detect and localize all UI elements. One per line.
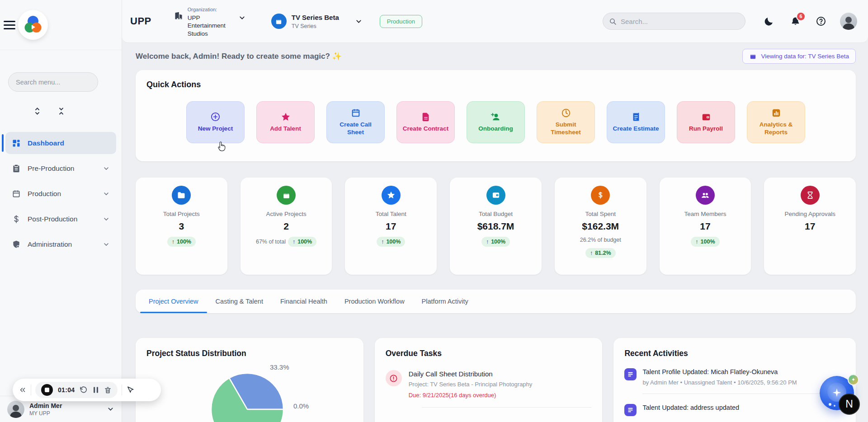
sidebar-search-input[interactable] <box>16 79 90 86</box>
create-call-sheet-button[interactable]: Create Call Sheet <box>326 101 385 143</box>
search-input[interactable] <box>621 18 739 25</box>
film-slate-icon <box>277 186 296 205</box>
dot <box>834 405 835 407</box>
restart-icon[interactable] <box>80 386 88 394</box>
create-estimate-button[interactable]: Create Estimate <box>607 101 665 143</box>
nextjs-logo: N <box>845 398 853 410</box>
overdue-tasks-panel: Overdue Tasks Daily Call Sheet Distribut… <box>375 338 603 422</box>
dot <box>829 403 831 406</box>
sidebar-item-post-production[interactable]: Post-Production <box>5 208 116 230</box>
trash-icon[interactable] <box>104 386 112 394</box>
sidebar-item-pre-production[interactable]: Pre-Production <box>5 157 116 179</box>
stop-record-button[interactable] <box>41 384 53 396</box>
viewing-data-label: Viewing data for: TV Series Beta <box>761 53 849 60</box>
app-logo[interactable] <box>18 10 48 40</box>
sidebar-item-administration[interactable]: Administration <box>5 233 116 255</box>
search-icon <box>609 18 617 25</box>
pause-icon[interactable] <box>93 386 99 394</box>
new-project-button[interactable]: New Project <box>186 101 245 143</box>
activity-item[interactable]: Talent Profile Updated: Micah Flatley-Ok… <box>624 368 845 386</box>
activity-item[interactable]: Talent Updated: address updated <box>624 404 845 416</box>
plus-circle-icon <box>210 112 221 122</box>
panel-title: Overdue Tasks <box>386 349 592 358</box>
divider <box>642 394 833 394</box>
tab-financial-health[interactable]: Financial Health <box>272 290 336 313</box>
film-slate-icon <box>749 52 757 60</box>
sidebar: Dashboard Pre-Production Production Post… <box>0 0 122 422</box>
onboarding-button[interactable]: Onboarding <box>467 101 525 143</box>
dashboard-tabs: Project Overview Casting & Talent Financ… <box>136 290 856 313</box>
sidebar-item-dashboard[interactable]: Dashboard <box>5 132 116 154</box>
divider <box>422 407 592 408</box>
add-talent-button[interactable]: Add Talent <box>256 101 315 143</box>
quick-actions-panel: Quick Actions New Project Add Talent Cre… <box>136 70 856 161</box>
tab-casting-talent[interactable]: Casting & Talent <box>207 290 272 313</box>
viewing-data-badge[interactable]: Viewing data for: TV Series Beta <box>742 49 856 64</box>
wallet-icon <box>701 112 711 122</box>
hamburger-menu-icon[interactable] <box>4 21 15 31</box>
panel-title: Recent Activities <box>624 349 845 358</box>
overdue-task-item[interactable]: Daily Call Sheet Distribution Project: T… <box>386 370 592 399</box>
screen-recorder-bar: 01:04 <box>13 379 161 401</box>
folder-icon <box>172 186 191 205</box>
bar-chart-icon <box>771 108 781 118</box>
stat-card-total-spent[interactable]: Total Spent $162.3M 26.2% of budget ↑81.… <box>555 178 646 275</box>
calendar-icon <box>351 108 361 118</box>
sidebar-divider <box>0 50 122 50</box>
tab-production-workflow[interactable]: Production Workflow <box>336 290 413 313</box>
pointer-cursor-icon <box>217 141 226 152</box>
expand-all-icon[interactable] <box>34 108 41 115</box>
trend-badge: ↑100% <box>691 237 719 247</box>
chevron-down-icon <box>103 241 110 248</box>
notifications-bell-icon[interactable]: 6 <box>790 16 801 27</box>
analytics-reports-button[interactable]: Analytics & Reports <box>747 101 805 143</box>
tab-platform-activity[interactable]: Platform Activity <box>413 290 477 313</box>
divider <box>122 384 122 395</box>
global-search[interactable] <box>603 13 745 30</box>
pie-label-blue: 33.3% <box>270 363 289 371</box>
help-icon[interactable] <box>816 16 826 27</box>
dark-mode-toggle-icon[interactable] <box>764 16 774 27</box>
dashboard-grid-icon <box>12 139 21 148</box>
tab-project-overview[interactable]: Project Overview <box>140 290 207 313</box>
trend-badge: ↑100% <box>377 237 405 247</box>
sidebar-item-label: Post-Production <box>28 215 77 223</box>
arrow-up-icon: ↑ <box>695 239 698 245</box>
cursor-tool-icon[interactable] <box>126 386 134 394</box>
chevrons-left-icon[interactable] <box>19 386 27 394</box>
stat-card-total-budget[interactable]: Total Budget $618.7M ↑100% <box>450 178 542 275</box>
sparkle-badge-icon: ✦ <box>848 374 859 385</box>
user-avatar[interactable] <box>840 13 857 30</box>
organization-name: UPP Entertainment Studios <box>188 14 232 38</box>
sidebar-item-production[interactable]: Production <box>5 183 116 205</box>
recent-activities-panel: Recent Activities Talent Profile Updated… <box>613 338 856 422</box>
submit-timesheet-button[interactable]: Submit Timesheet <box>537 101 595 143</box>
recorder-controls: 01:04 <box>35 382 118 398</box>
activity-title: Talent Updated: address updated <box>642 404 739 411</box>
create-contract-button[interactable]: Create Contract <box>396 101 455 143</box>
welcome-message: Welcome back, Admin! Ready to create som… <box>136 52 342 61</box>
stat-card-total-projects[interactable]: Total Projects 3 ↑100% <box>136 178 227 275</box>
user-workspace: MY UPP <box>29 410 62 417</box>
arrow-up-icon: ↑ <box>590 250 593 256</box>
stat-card-total-talent[interactable]: Total Talent 17 ↑100% <box>345 178 437 275</box>
nextjs-dev-badge[interactable]: N <box>839 394 860 415</box>
stat-card-active-projects[interactable]: Active Projects 2 67% of total ↑100% <box>241 178 332 275</box>
top-header: UPP Organization: UPP Entertainment Stud… <box>122 0 868 43</box>
film-slate-icon <box>271 14 287 29</box>
stat-card-team-members[interactable]: Team Members 17 ↑100% <box>660 178 751 275</box>
sidebar-search[interactable] <box>8 72 98 92</box>
sidebar-item-label: Production <box>28 190 61 198</box>
stats-row: Total Projects 3 ↑100% Active Projects 2… <box>136 178 856 275</box>
project-name: TV Series Beta <box>292 14 339 21</box>
user-plus-icon <box>491 112 501 122</box>
run-payroll-button[interactable]: Run Payroll <box>677 101 735 143</box>
project-selector[interactable]: TV Series Beta TV Series <box>271 14 363 29</box>
alert-circle-icon <box>386 370 402 386</box>
stat-sub-label: 67% of total <box>256 239 286 245</box>
hourglass-icon <box>801 186 820 205</box>
organization-selector[interactable]: Organization: UPP Entertainment Studios <box>174 5 246 38</box>
quick-actions-title: Quick Actions <box>146 80 845 89</box>
stat-card-pending-approvals[interactable]: Pending Approvals 17 <box>764 178 856 275</box>
collapse-all-icon[interactable] <box>58 108 65 115</box>
